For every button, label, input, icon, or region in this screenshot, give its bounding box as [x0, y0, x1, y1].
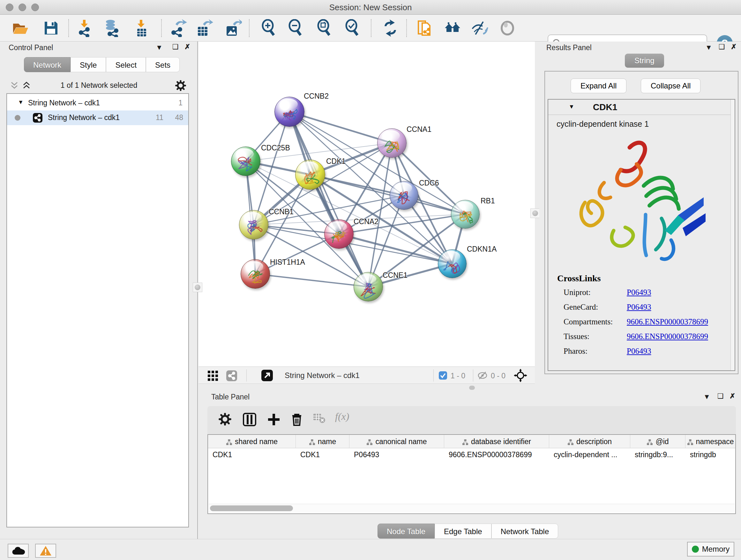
- crosslink-link[interactable]: P06493: [627, 288, 651, 297]
- table-cell[interactable]: stringdb:9...: [630, 448, 685, 462]
- toolbar-separator: [371, 19, 372, 37]
- birdseye-crosshair-icon[interactable]: [514, 369, 527, 382]
- network-node-ccnb1[interactable]: [239, 210, 268, 240]
- grid-view-icon[interactable]: [207, 370, 218, 381]
- tab-network[interactable]: Network: [24, 57, 71, 72]
- network-node-cdc6[interactable]: [390, 181, 418, 210]
- collapse-triangle-icon[interactable]: ▼: [569, 104, 575, 110]
- table-cell[interactable]: stringdb: [685, 448, 735, 462]
- hidden-eye-icon[interactable]: [477, 371, 488, 380]
- import-network-file-button[interactable]: [76, 19, 94, 37]
- column-header[interactable]: name: [296, 435, 349, 448]
- results-panel-float-icon[interactable]: ❑: [719, 43, 725, 51]
- network-node-cdkn1a[interactable]: [438, 249, 467, 278]
- table-cell[interactable]: cyclin-dependent ...: [549, 448, 630, 462]
- crosslink-link[interactable]: 9606.ENSP00000378699: [627, 317, 708, 326]
- network-row-selected[interactable]: String Network – cdk1 11 48: [7, 111, 188, 125]
- network-node-ccna1[interactable]: [377, 128, 407, 158]
- collection-count: 1: [179, 99, 183, 107]
- zoom-selected-button[interactable]: [343, 19, 361, 37]
- control-panel-float-icon[interactable]: ❑: [172, 43, 179, 51]
- results-panel-menu-icon[interactable]: ▼: [705, 44, 712, 52]
- import-network-database-button[interactable]: [103, 19, 121, 37]
- results-scrollbar[interactable]: [731, 100, 735, 370]
- column-header[interactable]: description: [549, 435, 630, 448]
- table-options-gear-icon[interactable]: [218, 413, 232, 426]
- export-image-button[interactable]: [224, 19, 242, 37]
- node-label-cdkn1a: CDKN1A: [467, 245, 496, 253]
- column-header[interactable]: shared name: [208, 435, 296, 448]
- refresh-button[interactable]: [381, 19, 399, 37]
- delete-column-icon[interactable]: [290, 413, 304, 427]
- table-cell[interactable]: P06493: [349, 448, 444, 462]
- crosslink-link[interactable]: P06493: [627, 303, 651, 312]
- crosslink-link[interactable]: 9606.ENSP00000378699: [627, 332, 708, 341]
- left-splitter-handle[interactable]: [193, 283, 202, 292]
- network-node-ccne1[interactable]: [354, 272, 383, 301]
- memory-button[interactable]: Memory: [687, 542, 734, 557]
- warning-status-button[interactable]: [35, 544, 56, 558]
- control-panel-menu-icon[interactable]: ▼: [156, 44, 163, 52]
- network-canvas[interactable]: CCNB2CCNA1CDC25BCDK1CDC6RB1CCNB1CCNA2CDK…: [199, 42, 535, 367]
- control-panel-close-icon[interactable]: ✗: [185, 43, 190, 51]
- delete-table-icon[interactable]: [313, 413, 326, 424]
- save-session-button[interactable]: [42, 19, 60, 37]
- gene-header[interactable]: ▼ CDK1: [548, 100, 735, 115]
- show-columns-icon[interactable]: [243, 413, 257, 427]
- zoom-fit-button[interactable]: [315, 19, 333, 37]
- tab-sets[interactable]: Sets: [146, 57, 180, 72]
- scrollbar-thumb[interactable]: [210, 505, 293, 511]
- gene-detail-card: ▼ CDK1 cyclin-dependent kinase 1: [548, 99, 735, 371]
- column-header[interactable]: namespace: [685, 435, 735, 448]
- import-table-file-button[interactable]: [133, 19, 151, 37]
- network-options-gear-icon[interactable]: [175, 80, 186, 91]
- network-node-cdk1[interactable]: [295, 160, 325, 190]
- network-node-rb1[interactable]: [451, 200, 480, 229]
- network-node-cdc25b[interactable]: [231, 146, 260, 176]
- table-panel-close-icon[interactable]: ✗: [730, 392, 735, 400]
- table-horizontal-scrollbar[interactable]: [209, 504, 735, 512]
- export-network-button[interactable]: [169, 19, 187, 37]
- cloud-status-button[interactable]: [8, 544, 29, 558]
- table-cell[interactable]: 9606.ENSP00000378699: [444, 448, 549, 462]
- crosslink-label: Compartments:: [563, 317, 613, 326]
- add-column-icon[interactable]: [267, 413, 281, 427]
- show-eye-button[interactable]: [498, 19, 516, 37]
- tab-edge-table[interactable]: Edge Table: [434, 523, 491, 539]
- hide-eye-button[interactable]: [470, 19, 488, 37]
- network-collection-row[interactable]: ▼ String Network – cdk1 1: [7, 96, 188, 111]
- network-node-hist1h1a[interactable]: [241, 259, 270, 289]
- column-header[interactable]: database identifier: [444, 435, 549, 448]
- splitter-grip[interactable]: [469, 386, 475, 390]
- network-view-icon[interactable]: [226, 370, 238, 381]
- tab-string[interactable]: String: [625, 54, 664, 68]
- selected-checkbox-icon[interactable]: [439, 371, 448, 380]
- network-status-dot: [15, 115, 20, 121]
- table-cell[interactable]: CDK1: [208, 448, 296, 462]
- open-in-window-icon[interactable]: [261, 369, 273, 381]
- network-node-ccnb2[interactable]: [274, 97, 305, 127]
- open-session-button[interactable]: [11, 19, 29, 37]
- function-builder-icon[interactable]: f(x): [335, 411, 349, 422]
- network-node-ccna2[interactable]: [324, 219, 354, 249]
- column-header[interactable]: canonical name: [349, 435, 444, 448]
- right-splitter-handle[interactable]: [530, 208, 540, 218]
- tab-select[interactable]: Select: [106, 57, 146, 72]
- table-panel-menu-icon[interactable]: ▼: [703, 393, 711, 401]
- results-panel-close-icon[interactable]: ✗: [731, 43, 737, 51]
- tab-style[interactable]: Style: [71, 57, 106, 72]
- zoom-in-button[interactable]: [260, 19, 278, 37]
- expand-all-button[interactable]: Expand All: [570, 78, 626, 93]
- zoom-out-button[interactable]: [286, 19, 305, 37]
- tab-node-table[interactable]: Node Table: [378, 523, 434, 539]
- table-cell[interactable]: CDK1: [296, 448, 349, 462]
- collapse-all-button[interactable]: Collapse All: [641, 78, 700, 93]
- column-header[interactable]: @id: [630, 435, 685, 448]
- home-networks-button[interactable]: [444, 19, 461, 37]
- crosslink-link[interactable]: P06493: [627, 347, 651, 356]
- export-table-button[interactable]: [195, 19, 213, 37]
- string-documents-button[interactable]: [416, 19, 434, 37]
- tab-network-table[interactable]: Network Table: [491, 523, 558, 539]
- collapse-triangle-icon[interactable]: ▼: [18, 99, 23, 106]
- table-panel-float-icon[interactable]: ❑: [718, 392, 724, 400]
